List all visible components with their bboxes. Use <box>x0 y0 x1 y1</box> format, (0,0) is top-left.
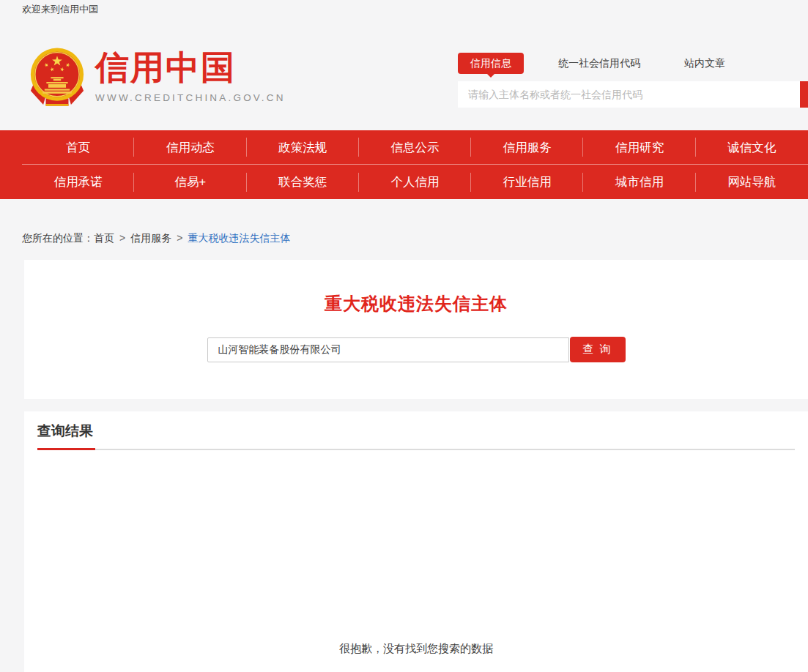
breadcrumb-prefix: 您所在的位置： <box>22 232 94 244</box>
logo-text: 信用中国 WWW.CREDITCHINA.GOV.CN <box>95 45 286 103</box>
search-tabs: 信用信息 统一社会信用代码 站内文章 <box>458 53 808 74</box>
header-search-button[interactable] <box>800 81 808 108</box>
nav-item-integrity-culture[interactable]: 诚信文化 <box>696 130 808 164</box>
nav-item-joint-rewards-punishment[interactable]: 联合奖惩 <box>247 165 359 199</box>
query-card: 重大税收违法失信主体 查 询 <box>24 260 808 399</box>
topbar: 欢迎来到信用中国 <box>0 0 808 18</box>
welcome-text: 欢迎来到信用中国 <box>22 4 98 15</box>
nav-item-personal-credit[interactable]: 个人信用 <box>359 165 471 199</box>
header-search-input[interactable] <box>458 81 800 108</box>
breadcrumb: 您所在的位置：首页>信用服务>重大税收违法失信主体 <box>0 199 808 260</box>
nav-item-credit-news[interactable]: 信用动态 <box>134 130 246 164</box>
nav-item-credit-commitment[interactable]: 信用承诺 <box>22 165 134 199</box>
results-heading: 查询结果 <box>37 422 95 450</box>
empty-results-message: 很抱歉，没有找到您搜索的数据 <box>24 642 808 656</box>
header-search: 信用信息 统一社会信用代码 站内文章 <box>458 53 808 108</box>
nav-item-home[interactable]: 首页 <box>22 130 134 164</box>
breadcrumb-home[interactable]: 首页 <box>94 232 114 244</box>
query-search-button[interactable]: 查 询 <box>570 337 626 362</box>
nav-item-xinyi-plus[interactable]: 信易+ <box>134 165 246 199</box>
section-gap <box>0 399 808 411</box>
tab-unified-social-credit-code[interactable]: 统一社会信用代码 <box>558 57 640 70</box>
results-card: 查询结果 很抱歉，没有找到您搜索的数据 <box>24 411 808 672</box>
nav-item-site-map[interactable]: 网站导航 <box>696 165 808 199</box>
header: 信用中国 WWW.CREDITCHINA.GOV.CN 信用信息 统一社会信用代… <box>0 18 808 130</box>
site-title: 信用中国 <box>95 48 286 86</box>
breadcrumb-separator: > <box>171 232 188 244</box>
query-search-bar: 查 询 <box>24 337 808 362</box>
breadcrumb-credit-services[interactable]: 信用服务 <box>130 232 171 244</box>
site-url: WWW.CREDITCHINA.GOV.CN <box>95 92 286 103</box>
breadcrumb-separator: > <box>114 232 130 244</box>
site-logo[interactable]: 信用中国 WWW.CREDITCHINA.GOV.CN <box>26 45 286 110</box>
query-search-input[interactable] <box>207 337 569 362</box>
nav-item-industry-credit[interactable]: 行业信用 <box>471 165 583 199</box>
page-title: 重大税收违法失信主体 <box>24 260 808 316</box>
tab-credit-info[interactable]: 信用信息 <box>458 53 524 74</box>
header-search-bar <box>458 81 808 108</box>
nav-item-credit-services[interactable]: 信用服务 <box>471 130 583 164</box>
nav-item-policies[interactable]: 政策法规 <box>247 130 359 164</box>
main-nav: 首页 信用动态 政策法规 信息公示 信用服务 信用研究 诚信文化 信用承诺 信易… <box>0 130 808 199</box>
nav-item-city-credit[interactable]: 城市信用 <box>583 165 695 199</box>
nav-row-1: 首页 信用动态 政策法规 信息公示 信用服务 信用研究 诚信文化 <box>0 130 808 164</box>
nav-row-2: 信用承诺 信易+ 联合奖惩 个人信用 行业信用 城市信用 网站导航 <box>0 165 808 199</box>
nav-item-credit-research[interactable]: 信用研究 <box>583 130 695 164</box>
nav-item-info-disclosure[interactable]: 信息公示 <box>359 130 471 164</box>
results-header: 查询结果 <box>37 411 795 450</box>
national-emblem-icon <box>26 45 89 110</box>
tab-site-articles[interactable]: 站内文章 <box>684 57 725 70</box>
breadcrumb-current-page[interactable]: 重大税收违法失信主体 <box>188 232 290 244</box>
